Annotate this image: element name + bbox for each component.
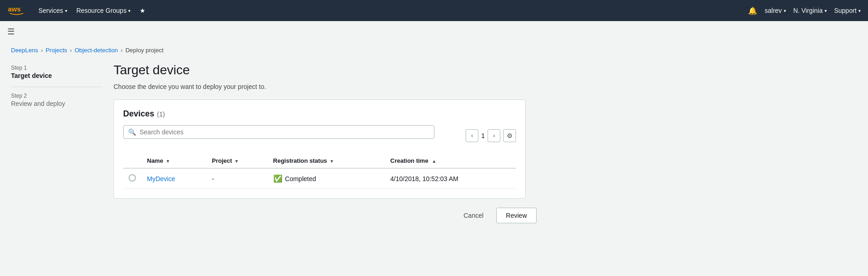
steps-sidebar: Step 1 Target device Step 2 Review and d… [11,55,103,276]
step-divider [11,87,103,87]
reg-status-sort-icon[interactable]: ▾ [331,159,333,164]
devices-container: Devices (1) 🔍 ‹ 1 › ⚙ [114,99,526,199]
support-menu[interactable]: Support ▾ [834,7,861,14]
cancel-button[interactable]: Cancel [456,208,491,223]
svg-text:aws: aws [8,6,21,13]
breadcrumb-deeplens[interactable]: DeepLens [11,47,38,54]
row-project-cell: - [206,168,268,189]
step-2-item: Step 2 Review and deploy [11,93,103,107]
registration-status-col-header: Registration status ▾ [268,154,385,168]
breadcrumb-sep-1: › [41,47,43,54]
search-bar[interactable]: 🔍 [123,125,434,139]
row-creation-time-cell: 4/10/2018, 10:52:03 AM [385,168,516,189]
table-header: Name ▾ Project ▾ Registration status ▾ [123,154,516,168]
breadcrumb-current: Deploy project [125,47,163,54]
next-page-button[interactable]: › [488,129,500,142]
review-button[interactable]: Review [496,208,537,223]
devices-count: (1) [157,110,165,118]
user-menu[interactable]: salrev ▾ [765,7,786,14]
devices-table: Name ▾ Project ▾ Registration status ▾ [123,154,516,189]
pagination-controls: ‹ 1 › ⚙ [466,129,516,142]
row-name-cell: MyDevice [141,168,206,189]
breadcrumb-projects[interactable]: Projects [46,47,67,54]
main-layout: Step 1 Target device Step 2 Review and d… [0,55,868,276]
page-number: 1 [481,132,485,139]
sidebar-toggle-bar: ☰ [0,21,868,42]
step-1-item: Step 1 Target device [11,65,103,79]
support-chevron-icon: ▾ [858,8,861,13]
services-nav[interactable]: Services ▾ [38,7,67,14]
search-input[interactable] [140,128,429,136]
name-col-header: Name ▾ [141,154,206,168]
creation-time-col-header: Creation time ▲ [385,154,516,168]
page-description: Choose the device you want to deploy you… [114,83,857,90]
creation-time-sort-icon[interactable]: ▲ [432,159,436,164]
row-status-cell: ✅ Completed [268,168,385,189]
step-1-label: Step 1 [11,65,103,71]
breadcrumb-object-detection[interactable]: Object-detection [75,47,118,54]
top-nav: aws Services ▾ Resource Groups ▾ ★ 🔔 sal… [0,0,868,21]
project-sort-icon[interactable]: ▾ [235,159,238,164]
page-title: Target device [114,63,857,77]
name-sort-icon[interactable]: ▾ [167,159,169,164]
footer-actions: Cancel Review [114,199,537,228]
resource-groups-nav[interactable]: Resource Groups ▾ [76,7,131,14]
user-chevron-icon: ▾ [784,8,786,13]
breadcrumb: DeepLens › Projects › Object-detection ›… [0,42,868,55]
search-wrapper: 🔍 [123,125,462,146]
table-body: MyDevice - ✅ Completed 4/10/2018, 10:52:… [123,168,516,189]
row-radio-button[interactable] [129,174,136,182]
region-chevron-icon: ▾ [825,8,827,13]
region-menu[interactable]: N. Virginia ▾ [793,7,827,14]
device-link[interactable]: MyDevice [147,175,175,182]
devices-title: Devices [123,109,154,119]
breadcrumb-sep-3: › [121,47,123,54]
status-completed: ✅ Completed [273,174,380,183]
bell-icon[interactable]: 🔔 [748,6,757,15]
breadcrumb-sep-2: › [70,47,72,54]
devices-header: Devices (1) [123,109,516,119]
favorites-icon[interactable]: ★ [140,7,146,14]
content-area: Target device Choose the device you want… [103,55,857,276]
hamburger-icon[interactable]: ☰ [7,27,15,37]
select-col-header [123,154,141,168]
services-chevron-icon: ▾ [65,8,67,13]
prev-page-button[interactable]: ‹ [466,129,478,142]
table-toolbar: 🔍 ‹ 1 › ⚙ [123,125,516,146]
status-label: Completed [285,175,316,182]
table-header-row: Name ▾ Project ▾ Registration status ▾ [123,154,516,168]
step-2-label: Step 2 [11,93,103,99]
step-2-name: Review and deploy [11,100,103,107]
table-row: MyDevice - ✅ Completed 4/10/2018, 10:52:… [123,168,516,189]
row-select-cell[interactable] [123,168,141,189]
step-1-name: Target device [11,72,103,79]
project-col-header: Project ▾ [206,154,268,168]
search-icon: 🔍 [128,128,136,136]
table-settings-button[interactable]: ⚙ [503,129,516,142]
status-check-icon: ✅ [273,174,282,183]
resource-groups-chevron-icon: ▾ [128,8,130,13]
aws-logo: aws [7,5,26,17]
